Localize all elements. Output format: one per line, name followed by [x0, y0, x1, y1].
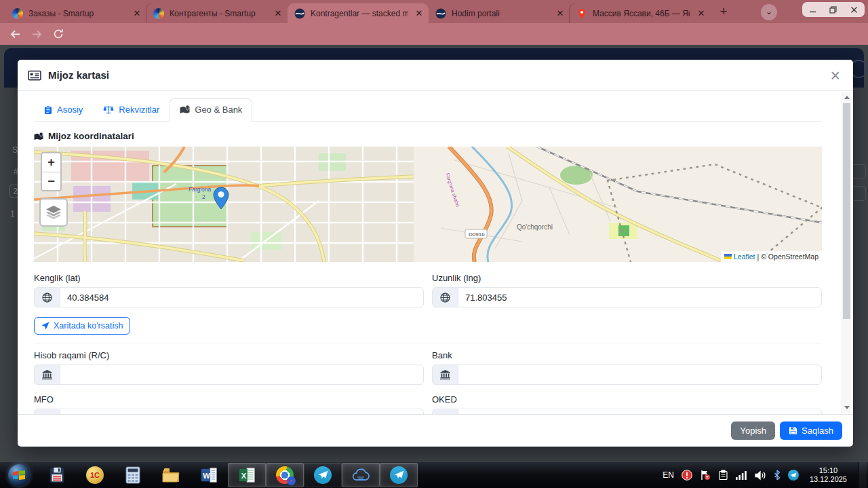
map-pin-icon [576, 8, 587, 19]
browser-tab-zakazy[interactable]: Заказы - Smartup ✕ [5, 3, 146, 23]
close-window-icon[interactable] [850, 6, 858, 14]
telegram-tray-icon[interactable] [788, 470, 799, 481]
tab-close-icon[interactable]: ✕ [273, 8, 283, 18]
taskbar-app-excel[interactable]: X [228, 463, 266, 487]
tab-asosiy[interactable]: Asosiy [34, 98, 93, 121]
start-button[interactable] [0, 463, 38, 487]
word-icon: W [200, 466, 218, 484]
bank-icon [34, 364, 60, 385]
new-tab-button[interactable]: + [715, 3, 732, 21]
taskbar-app-telegram[interactable] [304, 463, 342, 487]
taskbar-app-explorer[interactable] [152, 463, 190, 487]
show-on-map-button[interactable]: Xaritada ko'rsatish [34, 317, 130, 335]
lat-label: Kenglik (lat) [34, 273, 424, 283]
show-desktop-button[interactable] [858, 462, 867, 488]
osm-link[interactable]: © OpenStreetMap [761, 252, 818, 261]
modal-scrollbar[interactable] [842, 92, 851, 413]
map-zoom-control: + − [41, 152, 62, 191]
map-layers-button[interactable] [39, 198, 68, 227]
chrome-icon [276, 466, 294, 484]
minimize-icon[interactable] [809, 6, 816, 14]
account-input[interactable] [60, 364, 424, 385]
taskbar-app-save[interactable] [38, 463, 76, 487]
clipboard-tray-icon[interactable] [718, 470, 728, 481]
save-button[interactable]: Saqlash [780, 421, 842, 440]
map-users-icon [34, 132, 43, 140]
volume-icon[interactable] [755, 470, 766, 481]
close-button[interactable]: Yopish [731, 421, 775, 440]
taskbar: 1С W X EN [0, 462, 868, 488]
tab-close-icon[interactable]: ✕ [555, 8, 566, 18]
page-side-button [851, 186, 866, 201]
lng-input[interactable] [458, 287, 822, 307]
browser-toolbar: daily-suvi.com/19l/public/mijozlar.php [0, 23, 868, 45]
tab-label: Заказы - Smartup [28, 9, 126, 18]
action-center-flag-icon[interactable] [700, 470, 711, 481]
tab-label: Asosiy [57, 105, 83, 115]
zoom-out-button[interactable]: − [42, 172, 60, 190]
network-signal-icon[interactable] [736, 470, 747, 480]
scrollbar-thumb[interactable] [843, 103, 850, 319]
alert-tray-icon[interactable] [682, 470, 692, 481]
bank-input[interactable] [458, 364, 822, 385]
taskbar-clock[interactable]: 15:10 13.12.2025 [806, 466, 850, 484]
floppy-app-icon [48, 466, 66, 484]
oked-input[interactable] [458, 409, 822, 414]
modal-close-icon[interactable]: × [827, 69, 843, 82]
browser-tab-kontragentlar-active[interactable]: Kontragentlar — stacked moda ✕ [288, 3, 429, 23]
svg-text:Qo'chqorchi: Qo'chqorchi [517, 223, 553, 231]
modal-footer: Yopish Saqlash [18, 414, 853, 447]
browser-tab-kontragenty[interactable]: Контрагенты - Smartup ✕ [146, 3, 288, 23]
tab-close-icon[interactable]: ✕ [414, 8, 425, 18]
forward-icon[interactable] [31, 29, 43, 40]
map-tiles: Farg'ona 2 Qo'chqorchi D091b Farg'ona sh… [34, 147, 822, 262]
layers-icon [45, 206, 62, 219]
restore-icon[interactable] [829, 6, 837, 14]
1c-icon: 1С [86, 466, 104, 484]
smartup-logo-icon [153, 8, 164, 19]
browser-tab-hodim[interactable]: Hodim portali ✕ [429, 3, 570, 23]
tab-label: Контрагенты - Smartup [170, 9, 267, 18]
tab-label: Kontragentlar — stacked moda [311, 9, 408, 18]
tab-search-chevron-icon[interactable]: ⌄ [761, 4, 777, 20]
oked-field-group: OKED [432, 394, 822, 414]
scroll-up-arrow[interactable] [842, 92, 851, 102]
folder-icon [161, 467, 180, 483]
site-globe-icon [435, 8, 446, 19]
language-indicator[interactable]: EN [663, 470, 674, 480]
id-card-icon [28, 69, 41, 82]
tab-close-icon[interactable]: ✕ [696, 8, 707, 18]
taskbar-app-chrome[interactable] [266, 463, 304, 487]
divider [34, 343, 822, 343]
taskbar-app-word[interactable]: W [190, 463, 228, 487]
taskbar-app-telegram-2[interactable] [380, 463, 418, 487]
taskbar-app-cloud[interactable] [342, 463, 380, 487]
ukraine-flag-icon [724, 254, 732, 259]
mfo-input[interactable] [60, 409, 424, 414]
leaflet-link[interactable]: Leaflet [734, 252, 755, 261]
mfo-field-group: MFO [34, 394, 424, 414]
page-backdrop: S # 2 1 Mijoz kartasi × Asosiy Rekvizitl… [0, 45, 868, 462]
modal-body: Asosiy Rekvizitlar Geo & Bank Mijoz koor… [18, 92, 853, 414]
taskbar-app-1c[interactable]: 1С [76, 463, 114, 487]
tab-close-icon[interactable]: ✕ [132, 8, 142, 18]
browser-tab-yandex-maps[interactable]: Массив Яссави, 46Б — Яндекс ✕ [570, 3, 711, 23]
globe-icon [432, 287, 458, 307]
bank-icon [432, 364, 458, 385]
save-floppy-icon [789, 426, 797, 435]
back-icon[interactable] [9, 29, 21, 40]
taskbar-app-calculator[interactable] [114, 463, 152, 487]
zoom-in-button[interactable]: + [42, 153, 60, 172]
scroll-down-arrow[interactable] [842, 403, 851, 413]
bluetooth-icon[interactable] [774, 470, 781, 481]
calculator-icon [125, 466, 141, 484]
modal-tab-nav: Asosiy Rekvizitlar Geo & Bank [34, 98, 822, 121]
tab-rekvizitlar[interactable]: Rekvizitlar [93, 98, 170, 121]
leaflet-map[interactable]: Farg'ona 2 Qo'chqorchi D091b Farg'ona sh… [34, 147, 822, 262]
excel-icon: X [238, 466, 256, 484]
lat-input[interactable] [60, 287, 424, 307]
lng-label: Uzunlik (lng) [432, 273, 822, 283]
modal-title: Mijoz kartasi [48, 69, 109, 81]
tab-geo-bank[interactable]: Geo & Bank [170, 98, 252, 121]
reload-icon[interactable] [53, 29, 64, 39]
